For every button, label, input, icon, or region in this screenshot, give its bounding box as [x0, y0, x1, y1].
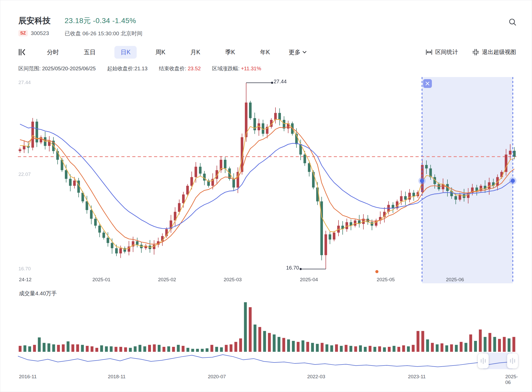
- period-tabs: 分时五日日K周K月K季K年K: [34, 46, 282, 59]
- tab-五日[interactable]: 五日: [78, 46, 102, 59]
- region-change-pct: 区域涨跌幅: +11.31%: [212, 65, 261, 72]
- xlab-item: 2025-01: [92, 277, 110, 283]
- price-change-pct: -1.45%: [112, 17, 136, 25]
- navlab-item: 2020-07: [208, 374, 226, 380]
- history-navigator[interactable]: [18, 353, 516, 370]
- xlab-item: 2025-05: [377, 277, 395, 283]
- xlab-item: 2025-04: [300, 277, 318, 283]
- xlab-item: 2025-02: [158, 277, 176, 283]
- navlab-item: 2022-03: [307, 374, 325, 380]
- tab-分时[interactable]: 分时: [41, 46, 65, 59]
- price-change: -0.34: [93, 17, 110, 25]
- close-region-button[interactable]: [423, 79, 432, 88]
- ylab-item: 22.07: [18, 171, 31, 177]
- candlestick-chart[interactable]: [18, 77, 516, 283]
- stock-chart-app: 辰安科技 23.18元 -0.34 -1.45% SZ 300523 已收盘 0…: [0, 0, 532, 392]
- chevron-down-icon: [302, 51, 307, 53]
- exit-superview-label: 退出超级视图: [482, 48, 516, 56]
- tab-周K[interactable]: 周K: [149, 46, 171, 59]
- stock-code-row: SZ 300523: [18, 29, 49, 37]
- volume-label: 成交量4.40万手: [19, 290, 57, 297]
- xlab-item: 2025-03: [224, 277, 242, 283]
- last-price: 23.18元: [65, 17, 91, 25]
- region-end-close: 结束收盘价: 23.52: [159, 65, 201, 72]
- stock-name: 辰安科技: [18, 15, 51, 26]
- navlab-item: 2023-11: [408, 374, 426, 380]
- navigator-right-handle[interactable]: [507, 353, 518, 368]
- region-stats-bar: 区间范围: 2025/05/20-2025/06/25 起始收盘价:21.13 …: [18, 65, 261, 72]
- collapse-icon: [472, 49, 479, 56]
- navigator-left-handle[interactable]: [478, 353, 489, 368]
- navlab-item: 2018-11: [108, 374, 126, 380]
- xlab-item: 2025-06: [446, 277, 464, 283]
- more-menu[interactable]: 更多: [289, 48, 307, 56]
- range-stats-label: 区间统计: [435, 48, 458, 56]
- high-annotation: 27.44: [274, 79, 287, 85]
- tab-月K[interactable]: 月K: [184, 46, 206, 59]
- xlab-item: 24-12: [19, 277, 32, 283]
- range-stats-icon: [425, 49, 433, 56]
- volume-chart: [18, 301, 516, 352]
- ylab-item: 16.70: [18, 266, 31, 272]
- low-annotation: 16.70: [276, 265, 299, 271]
- tab-季K[interactable]: 季K: [219, 46, 241, 59]
- more-label: 更多: [289, 48, 301, 56]
- range-stats-button[interactable]: 区间统计: [425, 48, 458, 56]
- exchange-badge: SZ: [18, 30, 28, 36]
- tab-日K[interactable]: 日K: [114, 46, 137, 59]
- close-icon: [425, 81, 430, 86]
- region-start-close: 起始收盘价:21.13: [107, 65, 148, 72]
- tab-年K[interactable]: 年K: [254, 46, 276, 59]
- search-icon[interactable]: [507, 16, 519, 28]
- ylab-item: 27.44: [18, 80, 31, 85]
- exit-superview-button[interactable]: 退出超级视图: [472, 48, 516, 56]
- market-status: 已收盘 06-26 15:30:00 北京时间: [65, 30, 142, 37]
- region-range: 区间范围: 2025/05/20-2025/06/25: [18, 65, 96, 72]
- navlab-item: 2016-11: [19, 374, 37, 380]
- period-toolbar: 分时五日日K周K月K季K年K 更多: [17, 45, 388, 59]
- kline-panel-icon[interactable]: [17, 47, 27, 57]
- navlab-item: 2025-06: [505, 374, 519, 385]
- stock-code: 300523: [31, 30, 49, 36]
- toolbar-right: 区间统计 退出超级视图: [425, 45, 516, 59]
- price-quote: 23.18元 -0.34 -1.45%: [65, 16, 136, 26]
